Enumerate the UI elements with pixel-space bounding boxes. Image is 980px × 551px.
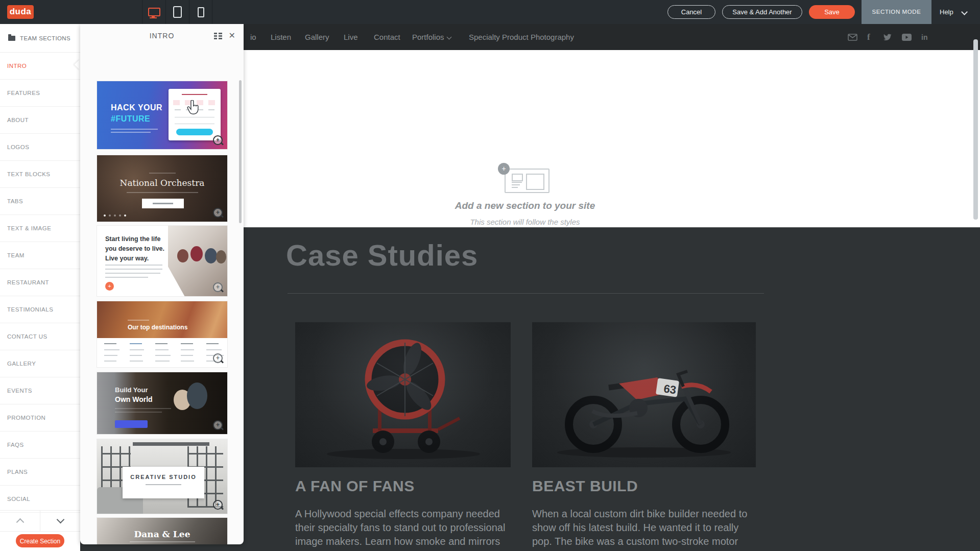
nav-item-listen[interactable]: Listen [271, 24, 291, 50]
card-body-beast: When a local custom dirt bike builder ne… [532, 507, 759, 551]
template-thumb-hack-future[interactable]: HACK YOUR #FUTURE + [97, 81, 227, 149]
sidebar-item-text-image[interactable]: TEXT & IMAGE [0, 215, 80, 242]
save-add-another-button[interactable]: Save & Add Another [722, 5, 802, 19]
close-icon[interactable]: ✕ [229, 31, 235, 41]
plus-icon: + [498, 163, 510, 175]
scroll-down-button[interactable] [40, 511, 80, 531]
sidebar-item-faqs[interactable]: FAQS [0, 432, 80, 459]
help-menu[interactable]: Help [940, 0, 953, 24]
dirt-bike-image: 63 [532, 322, 756, 467]
desktop-view-button[interactable] [142, 0, 165, 24]
sidebar-header-label: TEAM SECTIONS [20, 35, 70, 41]
fan-machine-image [295, 322, 511, 467]
thumb-title: HACK YOUR [111, 103, 162, 112]
tablet-icon [173, 6, 182, 18]
sidebar-item-team[interactable]: TEAM [0, 242, 80, 269]
email-icon[interactable] [848, 24, 857, 50]
sidebar-item-plans[interactable]: PLANS [0, 459, 80, 486]
sidebar-item-features[interactable]: FEATURES [0, 80, 80, 107]
sidebar-item-logos[interactable]: LOGOS [0, 134, 80, 161]
zoom-preview-icon[interactable]: + [213, 135, 223, 145]
zoom-preview-icon[interactable]: + [213, 208, 223, 218]
device-switcher [142, 0, 212, 24]
editor-topbar: duda Cancel Save & Add Another Save SECT… [0, 0, 980, 24]
thumb-subtitle: Own World [115, 395, 153, 403]
thumb-subtitle: #FUTURE [111, 114, 150, 124]
create-section-button[interactable]: Create Section [16, 534, 64, 547]
sidebar-item-intro[interactable]: INTRO [0, 53, 80, 80]
thumb-title: National Orchestra [97, 178, 227, 188]
cta-button [142, 199, 184, 208]
mobile-icon [198, 7, 204, 17]
template-thumb-dana-lee[interactable]: Dana & Lee [97, 518, 227, 544]
linkedin-icon[interactable]: in [921, 24, 927, 50]
duda-logo[interactable]: duda [7, 5, 34, 19]
nav-item-contact[interactable]: Contact [374, 24, 400, 50]
tablet-view-button[interactable] [165, 0, 189, 24]
zoom-preview-icon[interactable]: + [213, 353, 223, 363]
panel-scrollbar[interactable] [239, 80, 242, 223]
sidebar-item-events[interactable]: EVENTS [0, 377, 80, 404]
intro-templates-panel: INTRO ✕ HACK YOUR #FUTURE [80, 24, 244, 544]
thumb-decor [133, 442, 209, 446]
card-body-fan: A Hollywood special effects company need… [295, 507, 515, 551]
thumb-card: CREATIVE STUDIO [123, 467, 204, 498]
page-scrollbar[interactable] [973, 39, 978, 220]
facebook-icon[interactable]: f [867, 24, 870, 50]
chevron-down-icon [961, 9, 968, 15]
sidebar-item-tabs[interactable]: TABS [0, 188, 80, 215]
thumb-title: Start living the life you deserve to liv… [105, 234, 168, 263]
chevron-down-icon [447, 35, 452, 40]
grid-view-icon[interactable] [214, 33, 222, 39]
sidebar-item-text-blocks[interactable]: TEXT BLOCKS [0, 161, 80, 188]
save-button[interactable]: Save [809, 5, 855, 19]
twitter-icon[interactable] [882, 24, 892, 50]
thumb-title: CREATIVE STUDIO [123, 474, 204, 480]
case-studies-heading: Case Studies [286, 238, 478, 272]
sidebar-list: INTRO FEATURES ABOUT LOGOS TEXT BLOCKS T… [0, 53, 80, 513]
sidebar-pager [0, 510, 80, 532]
sidebar-item-contact-us[interactable]: CONTACT US [0, 323, 80, 350]
template-thumb-world[interactable]: Build Your Own World + [97, 372, 227, 434]
sidebar-item-promotion[interactable]: PROMOTION [0, 404, 80, 432]
zoom-preview-icon[interactable]: + [213, 500, 223, 510]
zoom-preview-icon[interactable]: + [213, 420, 223, 430]
template-thumb-studio[interactable]: CREATIVE STUDIO + [97, 439, 227, 514]
mobile-view-button[interactable] [189, 0, 212, 24]
cta-button [115, 420, 148, 428]
countdown-card [169, 89, 221, 140]
sections-sidebar: TEAM SECTIONS INTRO FEATURES ABOUT LOGOS… [0, 24, 80, 551]
template-thumb-orchestra[interactable]: National Orchestra + [97, 155, 227, 222]
desktop-icon [148, 8, 160, 16]
card-title-fan: A FAN OF FANS [295, 477, 415, 495]
placeholder-title: Add a new section to your site [423, 200, 627, 211]
nav-item-specialty[interactable]: Specialty Product Photography [469, 24, 574, 50]
youtube-icon[interactable] [902, 24, 912, 50]
scroll-up-button[interactable] [0, 511, 40, 531]
thumb-photo [97, 301, 227, 338]
chevron-down-icon [56, 516, 64, 524]
cta-button [176, 129, 213, 135]
nav-item-io[interactable]: io [250, 24, 256, 50]
nav-item-portfolios[interactable]: Portfolios [412, 24, 444, 50]
sidebar-item-testimonials[interactable]: TESTIMONIALS [0, 296, 80, 323]
placeholder-subtitle-line1: This section will follow the styles [423, 218, 627, 226]
thumb-title: Build Your [115, 386, 148, 394]
cancel-button[interactable]: Cancel [667, 5, 715, 19]
card-title-beast: BEAST BUILD [532, 477, 638, 495]
sidebar-item-gallery[interactable]: GALLERY [0, 350, 80, 377]
thumb-title: Dana & Lee [97, 529, 227, 539]
svg-text:63: 63 [663, 382, 677, 396]
nav-item-live[interactable]: Live [344, 24, 358, 50]
template-thumb-destinations[interactable]: Our top destinations + [97, 301, 227, 367]
divider [288, 293, 764, 294]
nav-item-gallery[interactable]: Gallery [305, 24, 329, 50]
section-mode-badge: SECTION MODE [862, 0, 931, 24]
sidebar-item-social[interactable]: SOCIAL [0, 486, 80, 513]
thumb-title: Our top destinations [128, 324, 187, 331]
zoom-preview-icon[interactable]: + [213, 282, 223, 292]
template-thumb-life[interactable]: Start living the life you deserve to liv… [97, 226, 227, 296]
sidebar-item-about[interactable]: ABOUT [0, 107, 80, 134]
sidebar-item-restaurant[interactable]: RESTAURANT [0, 269, 80, 296]
chevron-up-icon [16, 518, 24, 526]
